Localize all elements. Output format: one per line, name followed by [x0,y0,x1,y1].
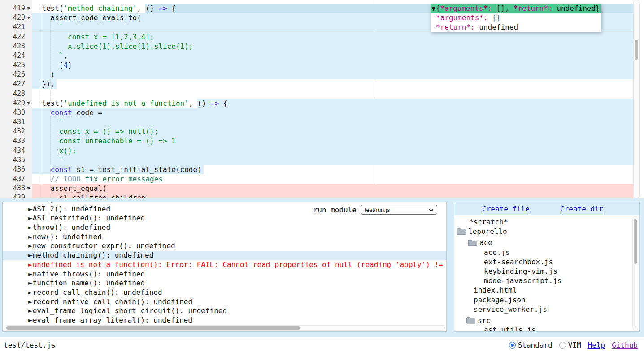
line-number[interactable]: 420 [0,13,32,22]
output-row[interactable]: ►method chaining(): undefined [3,251,446,260]
tree-file[interactable]: ast_utils.js [454,325,632,332]
line-number[interactable]: 437 [0,174,32,184]
files-header: Create file Create dir [454,202,639,215]
line-number[interactable]: 427 [0,79,32,89]
code-line[interactable]: s1.calltree.children [33,193,145,198]
tooltip-row[interactable]: *arguments*: [] [431,13,601,22]
tree-folder[interactable]: leporello [454,227,632,236]
tree-file[interactable]: package.json [454,295,632,305]
line-number[interactable]: 430 [0,108,32,117]
mode-radio-vim[interactable]: VIM [559,341,581,349]
code-line[interactable]: const code = [33,108,102,117]
code-line[interactable]: // TODO fix error messages [33,174,163,184]
line-number[interactable]: 436 [0,165,32,174]
tree-folder[interactable]: ace [454,238,632,247]
radio-selected-icon[interactable] [509,342,516,349]
output-row[interactable]: ►native throws(): undefined [3,270,446,279]
code-line[interactable]: assert_equal( [33,184,107,193]
line-number[interactable]: 426 [0,70,32,79]
value-tooltip[interactable]: ▼{*arguments*: [], *return*: undefined}*… [431,4,601,32]
tree-file[interactable]: mode-javascript.js [454,276,632,285]
test-results-list[interactable]: ►ASI(): undefined►ASI_2(): undefined►ASI… [3,202,446,325]
code-line[interactable]: }), [33,79,55,89]
fold-arrow-icon[interactable] [27,187,30,190]
line-number[interactable]: 431 [0,117,32,127]
output-row[interactable]: ►new(): undefined [3,232,446,242]
github-link[interactable]: Github [612,341,638,349]
editor-scrollbar[interactable] [633,0,640,198]
run-module-select[interactable]: test/run.js [361,205,437,215]
create-file-link[interactable]: Create file [482,205,530,213]
tree-file[interactable]: ext-searchbox.js [454,257,632,267]
line-number[interactable]: 439 [0,193,32,198]
line-number[interactable]: 438 [0,184,32,193]
fold-arrow-icon[interactable] [27,102,30,105]
code-line[interactable]: const unreachable = () => 1 [33,136,176,146]
tooltip-row[interactable]: *return*: undefined [431,22,601,32]
file-tree[interactable]: *scratch*leporelloaceace.jsext-searchbox… [454,215,632,332]
code-line[interactable]: ) [33,70,55,79]
tooltip-header[interactable]: ▼{*arguments*: [], *return*: undefined} [431,4,601,13]
code-line[interactable]: const s1 = test_initial_state(code) [33,165,202,174]
output-row[interactable]: ►new constructor expr(): undefined [3,241,446,251]
tree-file[interactable]: service_worker.js [454,305,632,314]
line-number[interactable]: 425 [0,60,32,70]
code-line[interactable]: test('undefined is not a function', () =… [33,99,228,108]
tree-folder[interactable]: src [454,316,632,325]
file-name: service_worker.js [474,305,547,314]
tree-file[interactable]: keybinding-vim.js [454,267,632,276]
help-link[interactable]: Help [588,341,605,349]
line-number[interactable]: 434 [0,146,32,155]
fold-arrow-icon[interactable] [27,17,30,19]
gutter[interactable]: 4194204214224234244254264274284294304314… [0,0,32,198]
line-number[interactable]: 433 [0,136,32,146]
line-number[interactable]: 428 [0,89,32,99]
line-number[interactable]: 429 [0,99,32,108]
fold-arrow-icon[interactable] [27,7,30,10]
output-row[interactable]: ►ASI_restrited(): undefined [3,214,446,223]
output-hscrollbar[interactable] [4,325,445,331]
output-panel: ►ASI(): undefined►ASI_2(): undefined►ASI… [2,202,447,332]
scrollbar-thumb[interactable] [6,326,300,330]
code-line[interactable]: ` [33,22,63,32]
mode-label[interactable]: Standard [518,341,553,349]
line-number[interactable]: 424 [0,51,32,60]
code-line[interactable]: ` [33,117,63,127]
output-row[interactable]: ►eval_frame logical short circuit(): und… [3,306,446,316]
mode-radio-standard[interactable]: Standard [509,341,553,349]
output-row[interactable]: ►function name(): undefined [3,279,446,288]
line-number[interactable]: 419 [0,4,32,13]
scrollbar-thumb[interactable] [634,219,637,264]
tree-file[interactable]: index.html [454,285,632,295]
code-line[interactable]: x(); [33,146,76,155]
code-line[interactable]: ` [33,155,63,165]
output-row[interactable]: ►ASI(): undefined [3,202,446,205]
code-line[interactable]: const x = () => null(); [33,127,158,136]
code-line[interactable]: test('method chaining', () => { [33,4,176,13]
scrollbar-thumb[interactable] [635,40,638,60]
line-number[interactable]: 422 [0,32,32,42]
output-row[interactable]: ►undefined is not a function(): Error: F… [3,260,446,270]
code-editor[interactable]: 4194204214224234244254264274284294304314… [0,0,644,198]
line-number[interactable]: 432 [0,127,32,136]
line-number[interactable]: 423 [0,42,32,51]
output-row[interactable]: ►eval_frame array_literal(): undefined [3,316,446,325]
line-number[interactable]: 421 [0,22,32,32]
tree-file[interactable]: *scratch* [454,217,632,227]
line-number[interactable]: 435 [0,155,32,165]
files-scrollbar[interactable] [632,216,638,331]
radio-unselected-icon[interactable] [559,342,566,349]
create-dir-link[interactable]: Create dir [560,205,603,213]
code-line[interactable]: `, [33,51,68,60]
code-line[interactable]: x.slice(1).slice(1).slice(1); [33,42,193,51]
file-name: keybinding-vim.js [484,267,557,276]
mode-label[interactable]: VIM [568,341,581,349]
status-bar: test/test.js Standard VIM Help Github [0,337,644,353]
tree-file[interactable]: ace.js [454,248,632,257]
code-line[interactable]: [4] [33,60,72,70]
code-line[interactable]: assert_code_evals_to( [33,13,141,22]
output-row[interactable]: ►record native call chain(): undefined [3,297,446,307]
code-line[interactable]: const x = [1,2,3,4]; [33,32,154,42]
output-row[interactable]: ►throw(): undefined [3,223,446,232]
output-row[interactable]: ►record call chain(): undefined [3,288,446,297]
